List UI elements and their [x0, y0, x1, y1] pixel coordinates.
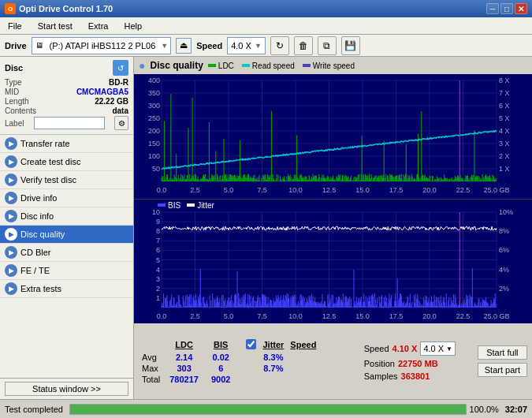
- sidebar-item-fe-te[interactable]: ▶ FE / TE: [0, 262, 133, 280]
- drive-bar: Drive 🖥 (P:) ATAPI iHBS112 2 PL06 ▼ ⏏ Sp…: [0, 35, 532, 57]
- sidebar-item-create-test-disc[interactable]: ▶ Create test disc: [0, 153, 133, 171]
- disc-contents-label: Contents: [5, 106, 36, 115]
- disc-label-input[interactable]: [34, 117, 105, 129]
- disc-contents-value: data: [112, 106, 128, 115]
- close-button[interactable]: ✕: [515, 3, 527, 14]
- disc-type-value: BD-R: [109, 78, 128, 87]
- start-full-button[interactable]: Start full: [478, 345, 527, 360]
- chart1-canvas: [134, 74, 532, 199]
- start-part-button[interactable]: Start part: [478, 363, 527, 377]
- progress-bar-inner: [70, 405, 466, 414]
- avg-ldc: 2.14: [163, 352, 205, 363]
- title-bar: O Opti Drive Control 1.70 ─ □ ✕: [0, 0, 532, 17]
- sidebar-item-extra-tests[interactable]: ▶ Extra tests: [0, 280, 133, 298]
- speed-selector[interactable]: 4.0 X ▼: [227, 37, 266, 54]
- legend-jitter: Jitter: [187, 201, 214, 210]
- position-row: Position 22750 MB: [364, 359, 474, 368]
- sidebar-item-drive-info[interactable]: ▶ Drive info: [0, 189, 133, 207]
- menu-extra[interactable]: Extra: [84, 20, 113, 32]
- chart-title: Disc quality: [150, 60, 203, 71]
- samples-row: Samples 363801: [364, 371, 474, 381]
- max-label: Max: [139, 363, 163, 374]
- menu-file[interactable]: File: [3, 20, 27, 32]
- copy-button[interactable]: ⧉: [318, 36, 337, 55]
- drive-selector[interactable]: 🖥 (P:) ATAPI iHBS112 2 PL06 ▼: [32, 37, 172, 54]
- minimize-button[interactable]: ─: [486, 3, 499, 14]
- disc-icon-button[interactable]: ↺: [113, 60, 128, 76]
- avg-label: Avg: [139, 352, 163, 363]
- drive-eject-button[interactable]: ⏏: [176, 38, 192, 54]
- erase-button[interactable]: 🗑: [294, 36, 313, 55]
- total-label: Total: [139, 374, 163, 385]
- disc-quality-icon: ▶: [5, 228, 17, 241]
- progress-bar-outer: [69, 404, 467, 415]
- charts-area: BIS Jitter: [134, 74, 532, 323]
- sidebar-item-create-test-disc-label: Create test disc: [20, 157, 80, 166]
- sidebar-item-transfer-rate-label: Transfer rate: [20, 139, 70, 148]
- stats-max-row: Max 303 6 8.7%: [139, 363, 319, 374]
- legend-jitter-dot: [187, 203, 195, 207]
- chart2-canvas: [134, 200, 532, 324]
- progress-area: 100.0%: [69, 404, 499, 415]
- sidebar-item-drive-info-label: Drive info: [20, 193, 57, 203]
- main-layout: Disc ↺ Type BD-R MID CMCMAGBA5 Length 22…: [0, 57, 532, 399]
- chart2-container: BIS Jitter: [134, 199, 532, 324]
- disc-settings-button[interactable]: ⚙: [114, 116, 128, 130]
- speed-stat-value: 4.10 X: [392, 344, 418, 353]
- speed-stat-label: Speed: [364, 344, 389, 353]
- speed-stat-select[interactable]: 4.0 X ▼: [420, 341, 456, 356]
- sidebar-item-transfer-rate[interactable]: ▶ Transfer rate: [0, 135, 133, 153]
- speed-row: Speed 4.10 X 4.0 X ▼: [364, 341, 474, 356]
- menu-start-test[interactable]: Start test: [33, 20, 77, 32]
- col-bis: BIS: [205, 338, 236, 352]
- disc-info-icon: ▶: [5, 210, 17, 222]
- app-title: Opti Drive Control 1.70: [19, 4, 113, 13]
- avg-jitter: 8.3%: [259, 352, 287, 363]
- max-bis: 6: [205, 363, 236, 374]
- status-bar: Test completed 100.0% 32:07: [0, 399, 532, 418]
- stats-avg-row: Avg 2.14 0.02 8.3%: [139, 352, 319, 363]
- content-area: ● Disc quality LDC Read speed Write spee…: [134, 57, 532, 399]
- max-jitter: 8.7%: [259, 363, 287, 374]
- disc-section: Disc ↺ Type BD-R MID CMCMAGBA5 Length 22…: [0, 57, 133, 135]
- sidebar-item-disc-quality[interactable]: ▶ Disc quality: [0, 226, 133, 244]
- drive-dropdown-icon: ▼: [158, 42, 170, 50]
- speed-dropdown-icon: ▼: [255, 42, 262, 50]
- refresh-button[interactable]: ↻: [270, 36, 289, 55]
- speed-label: Speed: [196, 41, 222, 50]
- chart-title-icon: ●: [139, 59, 145, 72]
- cd-bler-icon: ▶: [5, 246, 17, 259]
- chart2-legend: BIS Jitter: [158, 201, 214, 210]
- menu-help[interactable]: Help: [119, 20, 147, 32]
- drive-icon: 🖥: [32, 41, 47, 50]
- fe-te-icon: ▶: [5, 264, 17, 277]
- disc-mid-row: MID CMCMAGBA5: [5, 88, 128, 96]
- speed-value: 4.0 X: [231, 41, 251, 50]
- legend-bis-dot: [158, 203, 166, 207]
- jitter-checkbox[interactable]: [246, 339, 256, 349]
- disc-label-row: Label ⚙: [5, 116, 128, 130]
- sidebar-item-extra-tests-label: Extra tests: [20, 284, 61, 293]
- stats-bar: LDC BIS Jitter Speed Avg 2.14 0.02: [134, 323, 532, 399]
- chart-header: ● Disc quality LDC Read speed Write spee…: [134, 57, 532, 74]
- legend-bis-label: BIS: [168, 201, 180, 210]
- sidebar-item-cd-bler-label: CD Bler: [20, 248, 51, 257]
- status-window-button[interactable]: Status window >>: [5, 382, 128, 396]
- progress-percent: 100.0%: [470, 405, 499, 414]
- sidebar-item-verify-test-disc-label: Verify test disc: [20, 175, 76, 185]
- sidebar-item-disc-quality-label: Disc quality: [20, 230, 65, 239]
- sidebar-item-verify-test-disc[interactable]: ▶ Verify test disc: [0, 171, 133, 189]
- disc-mid-value: CMCMAGBA5: [76, 88, 128, 96]
- sidebar: Disc ↺ Type BD-R MID CMCMAGBA5 Length 22…: [0, 57, 134, 399]
- sidebar-item-disc-info[interactable]: ▶ Disc info: [0, 207, 133, 226]
- status-text: Test completed: [5, 405, 63, 414]
- legend-write-speed: Write speed: [303, 62, 355, 70]
- save-button[interactable]: 💾: [341, 36, 360, 55]
- disc-mid-label: MID: [5, 88, 19, 96]
- position-value: 22750 MB: [398, 359, 438, 368]
- jitter-checkbox-cell: [243, 338, 259, 352]
- right-stats: Speed 4.10 X 4.0 X ▼ Position 22750 MB S…: [364, 341, 474, 381]
- stats-table: LDC BIS Jitter Speed Avg 2.14 0.02: [139, 338, 361, 385]
- maximize-button[interactable]: □: [500, 3, 513, 14]
- sidebar-item-cd-bler[interactable]: ▶ CD Bler: [0, 244, 133, 262]
